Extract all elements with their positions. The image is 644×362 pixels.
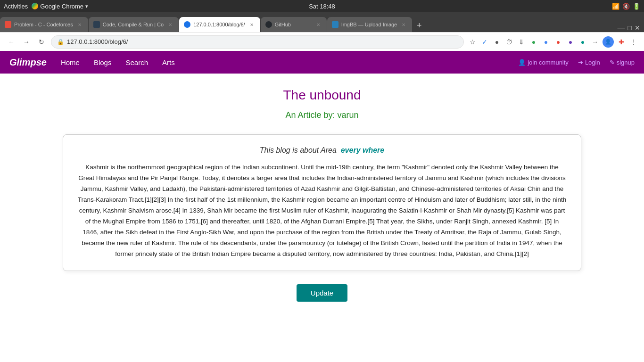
tab-favicon-cc [93,21,100,28]
tab-title-github: GitHub [275,22,312,27]
tab-close-github[interactable]: ✕ [314,21,322,28]
tab-cc[interactable]: Code, Compile & Run | Co ✕ [89,17,179,32]
forward-button[interactable]: → [21,36,32,48]
site-nav-right: 👤 join community ➔ Login ✎ signup [518,59,635,66]
subtitle-plain: This blog is about Area [260,146,337,154]
tab-bar: Problem - C - Codeforces ✕ Code, Compile… [0,12,644,32]
article-byline: An Article by: varun [285,110,358,120]
article-body: Kashmir is the northernmost geographical… [77,162,567,259]
url-bar[interactable]: 🔒 127.0.0.1:8000/blog/6/ [51,35,464,49]
nav-home[interactable]: Home [61,58,80,66]
pencil-icon: ✎ [610,59,615,66]
back-button[interactable]: ← [6,36,17,48]
person-icon: 👤 [518,59,526,66]
forward-nav-icon[interactable]: → [590,37,600,47]
nav-arts[interactable]: Arts [162,58,175,66]
url-text: 127.0.0.1:8000/blog/6/ [67,38,128,45]
extension1-icon[interactable]: ● [529,37,538,47]
subtitle-highlight: every where [341,146,385,154]
address-bar: ← → ↻ 🔒 127.0.0.1:8000/blog/6/ ☆ ✓ ● ⏱ ⇓… [0,32,644,51]
login-label: Login [585,59,600,66]
article-title: The unbound [283,88,361,103]
history-icon[interactable]: ⏱ [504,37,514,47]
restore-button[interactable]: □ [628,24,632,32]
avatar-icon[interactable]: 👤 [603,36,614,48]
site-nav-left: Glimpse Home Blogs Search Arts [9,57,175,68]
site-nav: Glimpse Home Blogs Search Arts 👤 join co… [0,51,644,74]
shield-icon[interactable]: ✓ [480,37,489,47]
bookmark-icon[interactable]: ☆ [468,37,477,47]
tab-title-blog: 127.0.0.1:8000/blog/6/ [193,22,245,27]
volume-icon: 🔇 [622,3,630,10]
new-tab-button[interactable]: + [413,19,426,32]
chrome-group: Google Chrome ▾ [32,3,88,10]
nav-search[interactable]: Search [125,58,148,66]
os-time: Sat 18:48 [309,3,335,10]
join-label: join community [528,59,569,66]
extension2-icon[interactable]: ● [541,37,551,47]
tab-close-cc[interactable]: ✕ [166,21,174,28]
tab-imgbb[interactable]: ImgBB — Upload Image ✕ [327,17,413,32]
chrome-extensions-icon[interactable]: ● [492,37,502,47]
signup-link[interactable]: ✎ signup [610,59,635,66]
wifi-icon: 📶 [612,3,619,10]
login-link[interactable]: ➔ Login [578,59,600,66]
update-button[interactable]: Update [297,284,347,302]
reload-button[interactable]: ↻ [36,36,47,48]
join-community-link[interactable]: 👤 join community [518,59,569,66]
dropdown-icon[interactable]: ▾ [85,3,88,9]
nav-blogs[interactable]: Blogs [94,58,112,66]
os-bar-left: Activities Google Chrome ▾ [4,3,88,10]
menu-icon[interactable]: ⋮ [629,37,638,47]
battery-icon: 🔋 [633,3,640,10]
activities-label[interactable]: Activities [4,3,28,10]
tab-favicon-imgbb [332,21,339,28]
extension5-icon[interactable]: ● [578,37,587,47]
add-profile-icon[interactable]: ✚ [617,37,626,47]
download-icon[interactable]: ⇓ [517,37,526,47]
tab-github[interactable]: GitHub ✕ [261,17,327,32]
tab-blog[interactable]: 127.0.0.1:8000/blog/6/ ✕ [179,17,260,32]
tab-title-imgbb: ImgBB — Upload Image [341,22,397,27]
tab-favicon-github [265,21,272,28]
tab-close-imgbb[interactable]: ✕ [400,21,407,28]
address-bar-icons: ☆ ✓ ● ⏱ ⇓ ● ● ● ● ● → 👤 ✚ ⋮ [468,36,638,48]
article-subtitle: This blog is about Area every where [77,146,567,155]
article-box: This blog is about Area every where Kash… [63,134,581,271]
extension3-icon[interactable]: ● [553,37,563,47]
signup-label: signup [617,59,635,66]
tab-codeforces[interactable]: Problem - C - Codeforces ✕ [0,17,88,32]
close-window-button[interactable]: ✕ [635,24,640,32]
secure-icon: 🔒 [57,39,64,45]
os-bar-right: 📶 🔇 🔋 [612,3,640,10]
extension4-icon[interactable]: ● [566,37,575,47]
browser-name: Google Chrome [40,3,83,10]
tab-favicon-codeforces [5,21,11,28]
os-top-bar: Activities Google Chrome ▾ Sat 18:48 📶 🔇… [0,0,644,12]
login-icon: ➔ [578,59,583,66]
tab-close-codeforces[interactable]: ✕ [76,21,83,28]
chrome-icon [32,3,38,9]
site-brand[interactable]: Glimpse [9,57,47,68]
tab-title-codeforces: Problem - C - Codeforces [14,22,73,27]
page-content: The unbound An Article by: varun This bl… [0,74,644,356]
tab-title-cc: Code, Compile & Run | Co [103,22,164,27]
minimize-button[interactable]: — [618,24,625,32]
tab-close-blog[interactable]: ✕ [248,21,256,28]
tab-favicon-blog [184,21,190,28]
